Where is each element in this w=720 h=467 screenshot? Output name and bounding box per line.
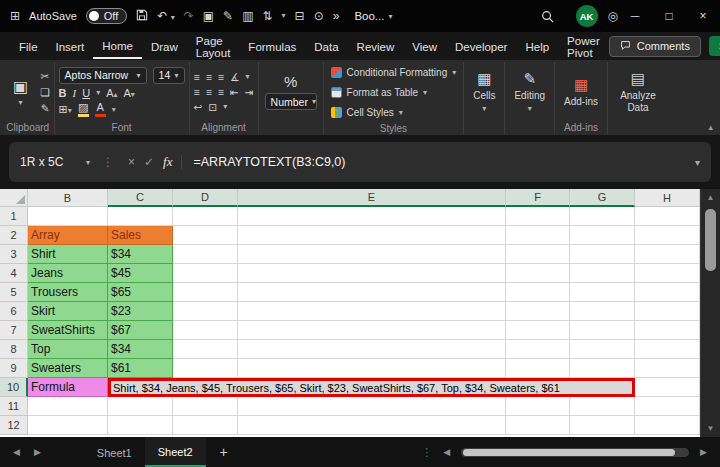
- cell-B6[interactable]: Skirt: [28, 302, 108, 321]
- tab-help[interactable]: Help: [516, 35, 558, 58]
- font-name-select[interactable]: Aptos Narrow ▾: [59, 67, 147, 84]
- cell[interactable]: [28, 207, 108, 226]
- cell-C6[interactable]: $23: [108, 302, 173, 321]
- cell[interactable]: [635, 378, 700, 397]
- cell[interactable]: [173, 416, 238, 435]
- cell[interactable]: [570, 340, 635, 359]
- vertical-scrollbar[interactable]: ▲ ▼: [700, 189, 720, 437]
- horizontal-scrollbar-track[interactable]: [461, 448, 689, 457]
- formula-bar-grip[interactable]: ⋮: [97, 155, 119, 169]
- cell[interactable]: [506, 264, 570, 283]
- row-header-10[interactable]: 10: [0, 378, 28, 397]
- undo-button[interactable]: ↶ ▾: [157, 10, 174, 22]
- app-launcher-icon[interactable]: ⊞: [10, 10, 20, 22]
- redo-icon[interactable]: ↷: [184, 10, 194, 22]
- column-header-D[interactable]: D: [173, 189, 238, 207]
- vertical-scrollbar-thumb[interactable]: [705, 209, 716, 271]
- cell-B2[interactable]: Array: [28, 226, 108, 245]
- decrease-indent-icon[interactable]: ⇤: [230, 86, 239, 98]
- cell[interactable]: [635, 283, 700, 302]
- cell[interactable]: [173, 302, 238, 321]
- cell[interactable]: [635, 416, 700, 435]
- select-all-button[interactable]: [0, 189, 28, 207]
- chevron-down-icon[interactable]: ▾: [112, 105, 116, 114]
- cell[interactable]: [238, 302, 506, 321]
- analyze-data-button[interactable]: ▤ Analyze Data: [612, 70, 664, 113]
- cell[interactable]: [238, 340, 506, 359]
- addins-button[interactable]: ▦ Add-ins: [559, 76, 603, 108]
- cell[interactable]: [570, 359, 635, 378]
- row-header-5[interactable]: 5: [0, 283, 28, 302]
- align-middle-icon[interactable]: ≡: [206, 71, 212, 83]
- format-painter-icon[interactable]: ✎: [223, 10, 233, 22]
- scroll-left-icon[interactable]: ◀: [438, 447, 455, 457]
- cell[interactable]: [570, 397, 635, 416]
- tab-formulas[interactable]: Formulas: [239, 35, 305, 58]
- row-header-4[interactable]: 4: [0, 264, 28, 283]
- tab-data[interactable]: Data: [305, 35, 347, 58]
- cell[interactable]: [635, 302, 700, 321]
- cell[interactable]: [570, 207, 635, 226]
- column-header-H[interactable]: H: [635, 189, 700, 207]
- cell[interactable]: [635, 245, 700, 264]
- chevron-down-icon[interactable]: ▾: [282, 12, 286, 20]
- scroll-up-icon[interactable]: ▲: [701, 193, 720, 202]
- cell[interactable]: [506, 302, 570, 321]
- paste-button[interactable]: ▣ ▾: [6, 75, 35, 109]
- tab-insert[interactable]: Insert: [47, 35, 94, 58]
- row-header-2[interactable]: 2: [0, 226, 28, 245]
- decrease-font-size-button[interactable]: A▾: [124, 87, 135, 99]
- cell[interactable]: [173, 359, 238, 378]
- paste-special-icon[interactable]: ▣: [203, 10, 214, 22]
- conditional-formatting-button[interactable]: Conditional Formatting ▾: [328, 63, 460, 81]
- cell[interactable]: [506, 283, 570, 302]
- tab-view[interactable]: View: [403, 35, 446, 58]
- cell-B4[interactable]: Jeans: [28, 264, 108, 283]
- tab-power-pivot[interactable]: Power Pivot: [558, 29, 609, 64]
- cell[interactable]: [238, 245, 506, 264]
- italic-button[interactable]: I: [73, 87, 77, 99]
- merge-center-icon[interactable]: ⊡: [208, 101, 217, 113]
- align-bottom-icon[interactable]: ≡: [218, 71, 224, 83]
- next-sheet-icon[interactable]: ▶: [29, 447, 46, 457]
- number-format-select[interactable]: Number ▾: [265, 93, 317, 110]
- align-left-icon[interactable]: ≡: [194, 86, 200, 98]
- align-top-icon[interactable]: ≡: [194, 71, 200, 83]
- cell[interactable]: [173, 283, 238, 302]
- chevron-down-icon[interactable]: ▾: [245, 72, 249, 81]
- sheet-tab-sheet2[interactable]: Sheet2: [145, 437, 206, 467]
- cell[interactable]: [635, 207, 700, 226]
- tab-draw[interactable]: Draw: [142, 35, 187, 58]
- cell[interactable]: [506, 321, 570, 340]
- cell[interactable]: [635, 264, 700, 283]
- cell[interactable]: [108, 397, 173, 416]
- new-sheet-button[interactable]: +: [210, 444, 238, 460]
- cell[interactable]: [108, 207, 173, 226]
- share-button[interactable]: Share ▾: [709, 36, 720, 56]
- cell[interactable]: [238, 321, 506, 340]
- cancel-icon[interactable]: ×: [128, 155, 135, 169]
- cell[interactable]: [238, 397, 506, 416]
- align-center-icon[interactable]: ≡: [206, 86, 212, 98]
- comments-button[interactable]: Comments: [609, 36, 701, 57]
- search-icon[interactable]: [529, 10, 566, 23]
- close-button[interactable]: ×: [686, 0, 720, 32]
- result-cell-C10[interactable]: Shirt, $34, Jeans, $45, Trousers, $65, S…: [108, 378, 635, 397]
- scroll-right-icon[interactable]: ▶: [695, 447, 712, 457]
- cell-C9[interactable]: $61: [108, 359, 173, 378]
- column-header-E[interactable]: E: [238, 189, 506, 207]
- chevron-down-icon[interactable]: ▾: [223, 102, 227, 111]
- cell[interactable]: [238, 359, 506, 378]
- increase-font-size-button[interactable]: A▴: [106, 87, 117, 99]
- tab-page-layout[interactable]: Page Layout: [187, 29, 240, 64]
- tab-developer[interactable]: Developer: [446, 35, 516, 58]
- row-header-9[interactable]: 9: [0, 359, 28, 378]
- chart-icon[interactable]: ▥: [242, 10, 253, 22]
- cell-B3[interactable]: Shirt: [28, 245, 108, 264]
- fill-color-button[interactable]: ▨: [78, 102, 89, 117]
- cell-B5[interactable]: Trousers: [28, 283, 108, 302]
- camera-icon[interactable]: ⊙: [314, 10, 324, 22]
- cell-C2[interactable]: Sales: [108, 226, 173, 245]
- horizontal-scrollbar-thumb[interactable]: [463, 449, 675, 456]
- name-box[interactable]: 1R x 5C ▾: [9, 155, 97, 169]
